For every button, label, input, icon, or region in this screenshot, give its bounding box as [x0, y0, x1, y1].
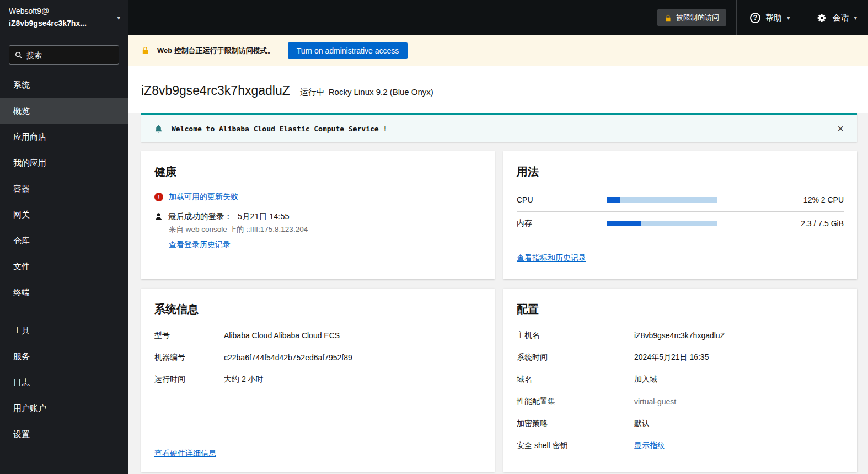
system-info-card: 系统信息 型号 Alibaba Cloud Alibaba Cloud ECS …: [141, 289, 495, 472]
sidebar-item-system[interactable]: 系统: [0, 72, 128, 98]
chevron-down-icon: ▾: [787, 14, 790, 22]
brand-org: Websoft9@: [9, 6, 87, 18]
domain-row: 域名 加入域: [517, 369, 844, 391]
row-value: Alibaba Cloud Alibaba Cloud ECS: [224, 331, 340, 340]
cpu-progress-bar: [607, 197, 717, 203]
restricted-access-button[interactable]: 被限制的访问: [657, 9, 726, 26]
user-icon: [154, 212, 163, 221]
row-label: 加密策略: [517, 419, 634, 429]
sidebar-item-label: 仓库: [13, 236, 30, 246]
session-label: 会话: [832, 13, 849, 23]
sidebar-item-my-apps[interactable]: 我的应用: [0, 150, 128, 176]
sidebar-item-label: 容器: [13, 184, 30, 194]
usage-card: 用法 CPU 12% 2 CPU 内存 2.3 / 7.5 GiB: [503, 151, 857, 279]
sidebar-item-label: 概览: [13, 106, 30, 116]
sidebar-item-label: 网关: [13, 210, 30, 220]
machine-id-row: 机器编号 c22ba6f744f54d42b752ed6af7952f89: [154, 347, 481, 369]
sidebar-item-logs[interactable]: 日志: [0, 370, 128, 396]
last-login-row: 最后成功的登录： 5月21日 14:55: [154, 211, 481, 222]
help-icon: ?: [750, 13, 760, 23]
row-label: 安全 shell 密钥: [517, 441, 634, 451]
gear-icon: [817, 13, 827, 23]
help-menu[interactable]: ? 帮助 ▾: [736, 0, 803, 35]
sidebar-item-label: 日志: [13, 377, 30, 388]
search-box: [9, 45, 119, 65]
usage-card-title: 用法: [517, 164, 844, 179]
sidebar-item-label: 应用商店: [13, 132, 46, 142]
brand-text: Websoft9@ iZ8vb9gse4rc3k7hx...: [9, 6, 87, 29]
app-window: Websoft9@ iZ8vb9gse4rc3k7hx... ▾ 被限制的访问 …: [0, 0, 868, 474]
hardware-details-link[interactable]: 查看硬件详细信息: [154, 449, 216, 457]
last-login-time: 5月21日 14:55: [238, 211, 290, 222]
last-login-label: 最后成功的登录：: [168, 211, 232, 222]
main-area: Web 控制台正运行于限制访问模式。 Turn on administrativ…: [128, 35, 868, 474]
sidebar-item-repository[interactable]: 仓库: [0, 228, 128, 254]
sidebar-item-label: 我的应用: [13, 158, 46, 168]
crypto-policy-row: 加密策略 默认: [517, 413, 844, 435]
close-icon[interactable]: ×: [834, 123, 847, 134]
host-switcher[interactable]: Websoft9@ iZ8vb9gse4rc3k7hx... ▾: [0, 0, 128, 35]
sidebar-item-gateway[interactable]: 网关: [0, 202, 128, 228]
error-icon: !: [154, 193, 163, 201]
sidebar-item-terminal[interactable]: 终端: [0, 280, 128, 306]
sidebar-item-overview[interactable]: 概览: [0, 98, 128, 124]
hostname-value: iZ8vb9gse4rc3k7hxgadluZ: [634, 331, 725, 340]
sidebar-nav: 系统 概览 应用商店 我的应用 容器 网关 仓库 文件 终端 工具 服务 日志 …: [0, 72, 128, 448]
sidebar-item-label: 终端: [13, 287, 30, 298]
system-info-rows: 型号 Alibaba Cloud Alibaba Cloud ECS 机器编号 …: [154, 325, 481, 391]
cpu-value: 12% 2 CPU: [717, 195, 844, 204]
motd-alert: Welcome to Alibaba Cloud Elastic Compute…: [141, 113, 857, 142]
configuration-rows: 主机名 iZ8vb9gse4rc3k7hxgadluZ 系统时间 2024年5月…: [517, 325, 844, 457]
model-row: 型号 Alibaba Cloud Alibaba Cloud ECS: [154, 325, 481, 347]
restricted-mode-banner: Web 控制台正运行于限制访问模式。 Turn on administrativ…: [128, 35, 868, 66]
usage-rows: CPU 12% 2 CPU 内存 2.3 / 7.5 GiB: [517, 189, 844, 236]
login-source: 来自 web console 上的 ::ffff:175.8.123.204: [169, 225, 481, 235]
cards-grid: 健康 ! 加载可用的更新失败 最后成功的登录： 5月21日 14:55: [141, 151, 857, 472]
brand-hostname: iZ8vb9gse4rc3k7hx...: [9, 18, 87, 30]
turn-on-admin-access-button[interactable]: Turn on administrative access: [288, 42, 408, 59]
sidebar-item-tools[interactable]: 工具: [0, 318, 128, 344]
hostname-row: 主机名 iZ8vb9gse4rc3k7hxgadluZ: [517, 325, 844, 347]
sidebar-item-settings[interactable]: 设置: [0, 422, 128, 448]
search-input[interactable]: [26, 51, 113, 60]
sidebar-item-containers[interactable]: 容器: [0, 176, 128, 202]
health-card-title: 健康: [154, 164, 481, 179]
sidebar-item-files[interactable]: 文件: [0, 254, 128, 280]
masthead: 被限制的访问 ? 帮助 ▾ 会话 ▾: [128, 0, 868, 35]
restricted-mode-message: Web 控制台正运行于限制访问模式。: [157, 46, 275, 56]
host-status: 运行中 Rocky Linux 9.2 (Blue Onyx): [300, 87, 433, 98]
row-value: c22ba6f744f54d42b752ed6af7952f89: [224, 353, 352, 362]
sidebar-item-label: 文件: [13, 262, 30, 272]
login-history-link[interactable]: 查看登录历史记录: [169, 240, 231, 249]
join-domain-button[interactable]: 加入域: [634, 375, 657, 385]
performance-profile-value[interactable]: virtual-guest: [634, 397, 676, 406]
configuration-card-title: 配置: [517, 302, 844, 316]
crypto-policy-value[interactable]: 默认: [634, 419, 650, 429]
sidebar-item-app-store[interactable]: 应用商店: [0, 124, 128, 150]
session-menu[interactable]: 会话 ▾: [803, 0, 868, 35]
row-label: 主机名: [517, 331, 634, 340]
system-time-value: 2024年5月21日 16:35: [634, 353, 709, 363]
show-fingerprints-link[interactable]: 显示指纹: [634, 441, 665, 451]
updates-error-row: ! 加载可用的更新失败: [154, 192, 481, 202]
sidebar-item-services[interactable]: 服务: [0, 344, 128, 370]
memory-usage-row: 内存 2.3 / 7.5 GiB: [517, 212, 844, 236]
page-title: iZ8vb9gse4rc3k7hxgadluZ: [141, 83, 290, 98]
metrics-history-link[interactable]: 查看指标和历史记录: [517, 253, 586, 262]
cpu-label: CPU: [517, 195, 607, 204]
bell-icon: [154, 125, 163, 133]
row-label: 性能配置集: [517, 397, 634, 407]
search-icon: [15, 51, 23, 59]
row-value: 大约 2 小时: [224, 375, 264, 385]
sidebar-item-label: 系统: [13, 80, 30, 90]
host-os: Rocky Linux 9.2 (Blue Onyx): [329, 87, 433, 98]
sidebar-item-label: 服务: [13, 351, 30, 362]
row-label: 域名: [517, 375, 634, 385]
motd-message: Welcome to Alibaba Cloud Elastic Compute…: [172, 125, 834, 133]
uptime-row: 运行时间 大约 2 小时: [154, 369, 481, 391]
health-card: 健康 ! 加载可用的更新失败 最后成功的登录： 5月21日 14:55: [141, 151, 495, 279]
overview-content: Welcome to Alibaba Cloud Elastic Compute…: [128, 113, 868, 474]
updates-error-link[interactable]: 加载可用的更新失败: [169, 192, 238, 202]
sidebar-item-accounts[interactable]: 用户账户: [0, 396, 128, 422]
sidebar-item-label: 设置: [13, 429, 30, 440]
